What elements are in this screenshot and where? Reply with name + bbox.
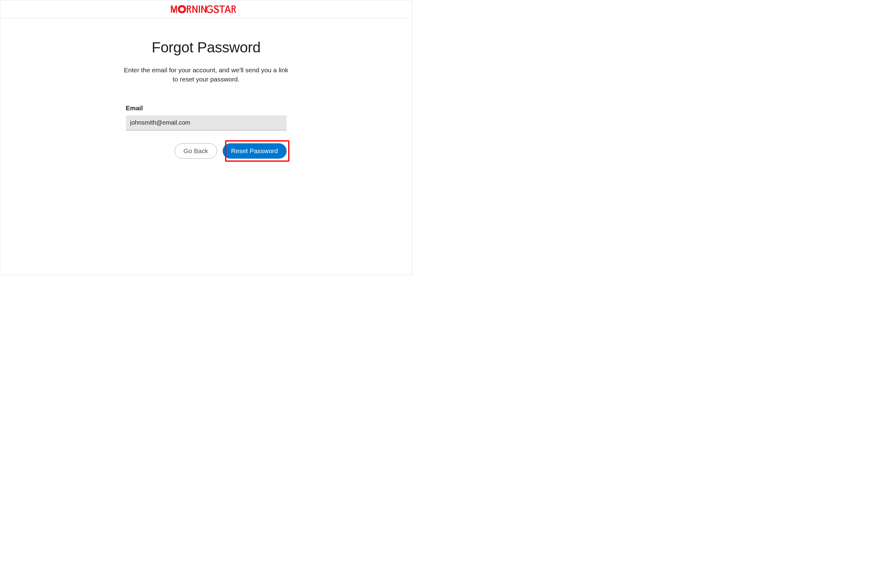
button-row: Go Back Reset Password — [126, 143, 286, 159]
go-back-button[interactable]: Go Back — [175, 143, 217, 159]
forgot-password-form: Email Go Back Reset Password — [126, 104, 286, 159]
main-content: Forgot Password Enter the email for your… — [0, 18, 412, 159]
reset-password-button[interactable]: Reset Password — [223, 143, 286, 159]
email-field[interactable] — [126, 116, 286, 130]
header — [0, 0, 412, 18]
page-title: Forgot Password — [152, 39, 260, 56]
morningstar-logo — [171, 5, 242, 13]
email-label: Email — [126, 104, 286, 112]
svg-rect-0 — [199, 6, 200, 13]
page-subtitle: Enter the email for your account, and we… — [123, 66, 289, 84]
